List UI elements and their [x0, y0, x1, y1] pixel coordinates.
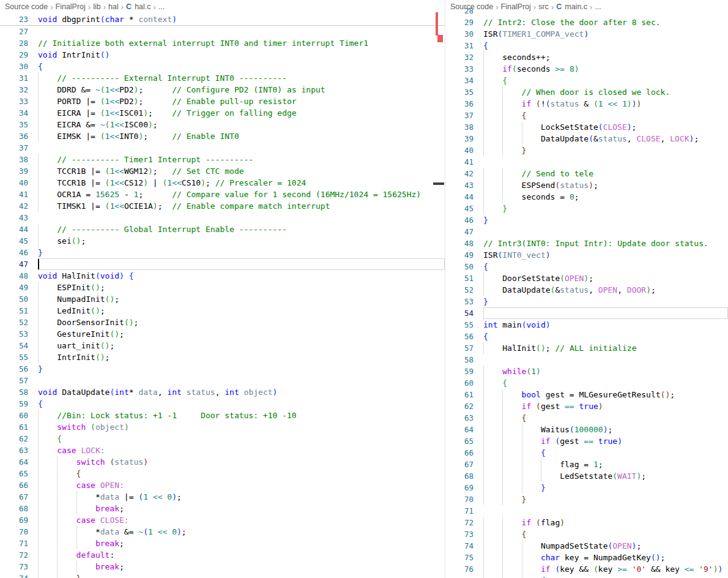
line-number[interactable]: 39: [445, 133, 483, 144]
code-line[interactable]: 65 {: [0, 468, 445, 479]
code-line[interactable]: 43: [0, 212, 445, 223]
line-number[interactable]: 55: [0, 351, 38, 363]
code-line[interactable]: 52 DataUpdate(&status, OPEN, DOOR);: [445, 284, 728, 296]
code-line[interactable]: 71: [445, 505, 728, 517]
line-number[interactable]: 30: [445, 28, 483, 40]
line-number[interactable]: 33: [0, 96, 38, 107]
code-line[interactable]: 70 *data &= ~(1 << 0);: [0, 526, 445, 538]
code-line[interactable]: 44 // ---------- Global Interrupt Enable…: [0, 223, 445, 235]
code-line[interactable]: 67 flag = 1;: [445, 459, 728, 470]
sticky-scroll-line[interactable]: 23void dbgprint(char * context): [0, 13, 445, 26]
line-number[interactable]: 50: [0, 293, 38, 305]
code-line[interactable]: 41: [445, 156, 728, 168]
line-number[interactable]: 70: [0, 526, 38, 538]
code-line[interactable]: 53 GestureInit();: [0, 328, 445, 340]
line-number[interactable]: 46: [445, 214, 483, 226]
editor-pane-main-c[interactable]: Source code›FinalProj›src›Cmain.c›... 28…: [445, 0, 728, 578]
line-number[interactable]: 40: [445, 144, 483, 156]
code-line[interactable]: 55 IntrInit();: [0, 351, 445, 363]
line-number[interactable]: 34: [445, 75, 483, 86]
code-line[interactable]: 51 DoorSetState(OPEN);: [445, 272, 728, 284]
line-number[interactable]: 59: [445, 366, 483, 377]
line-number[interactable]: 50: [445, 261, 483, 272]
line-number[interactable]: 69: [445, 482, 483, 494]
code-line[interactable]: 65 if (gest == true): [445, 435, 728, 447]
line-number[interactable]: 44: [445, 191, 483, 203]
line-number[interactable]: 42: [0, 200, 38, 212]
code-line[interactable]: 71 break;: [0, 538, 445, 549]
code-line[interactable]: 58void DataUpdate(int* data, int status,…: [0, 386, 445, 398]
line-number[interactable]: 48: [445, 238, 483, 249]
code-line[interactable]: 51 LedInit();: [0, 305, 445, 317]
line-number[interactable]: 60: [0, 410, 38, 421]
line-number[interactable]: 36: [0, 130, 38, 142]
code-line[interactable]: 29// Intr2: Close the door after 8 sec.: [445, 17, 728, 28]
code-line[interactable]: 69 case CLOSE:: [0, 514, 445, 526]
code-line[interactable]: 63 {: [445, 412, 728, 424]
code-line[interactable]: 62 if (gest == true): [445, 400, 728, 412]
code-line[interactable]: 34 EICRA |= (1<<ISC01); // Trigger on fa…: [0, 107, 445, 119]
line-number[interactable]: 57: [445, 342, 483, 354]
code-line[interactable]: 36 if (!(status & (1 << 1))): [445, 98, 728, 110]
code-line[interactable]: 49ISR(INT0_vect): [445, 249, 728, 261]
code-line[interactable]: 54: [445, 307, 728, 319]
line-number[interactable]: 38: [445, 121, 483, 133]
line-number[interactable]: 61: [445, 389, 483, 400]
line-number[interactable]: 73: [0, 561, 38, 572]
line-number[interactable]: 76: [445, 563, 483, 575]
line-number[interactable]: 34: [0, 107, 38, 119]
line-number[interactable]: 63: [445, 412, 483, 424]
code-line[interactable]: 40 }: [445, 144, 728, 156]
line-number[interactable]: 36: [445, 98, 483, 110]
line-number[interactable]: 56: [0, 363, 38, 375]
code-line[interactable]: 50 NumpadInit();: [0, 293, 445, 305]
line-number[interactable]: 33: [445, 63, 483, 75]
breadcrumb-item[interactable]: lib: [93, 2, 101, 11]
line-number[interactable]: 35: [445, 86, 483, 98]
line-number[interactable]: 45: [445, 203, 483, 214]
line-number[interactable]: 29: [0, 49, 38, 61]
line-number[interactable]: 31: [0, 72, 38, 84]
line-number[interactable]: 49: [0, 282, 38, 293]
code-line[interactable]: 64 switch (status): [0, 456, 445, 468]
code-line[interactable]: 52 DoorSensorInit();: [0, 317, 445, 328]
line-number[interactable]: 61: [0, 421, 38, 433]
code-line[interactable]: 68 LedSetstate(WAIT);: [445, 470, 728, 482]
code-line[interactable]: 47: [445, 226, 728, 238]
code-line[interactable]: 37 {: [445, 110, 728, 121]
code-line[interactable]: 32 DDRD &= ~(1<<PD2); // Configure PD2 (…: [0, 84, 445, 96]
line-number[interactable]: 41: [445, 156, 483, 168]
line-number[interactable]: 65: [0, 468, 38, 479]
code-line[interactable]: 61 bool gest = MLGesureGetResult();: [445, 389, 728, 400]
line-number[interactable]: 47: [0, 258, 38, 270]
line-number[interactable]: 57: [0, 375, 38, 386]
line-number[interactable]: 44: [0, 223, 38, 235]
code-line[interactable]: 57 HalInit(); // ALL initialize: [445, 342, 728, 354]
line-number[interactable]: 62: [0, 433, 38, 445]
line-number[interactable]: 68: [445, 470, 483, 482]
line-number[interactable]: 53: [0, 328, 38, 340]
line-number[interactable]: 51: [0, 305, 38, 317]
code-line[interactable]: 28: [445, 5, 728, 17]
line-number[interactable]: 48: [0, 270, 38, 282]
code-line[interactable]: 49 ESPInit();: [0, 282, 445, 293]
line-number[interactable]: 71: [0, 538, 38, 549]
line-number[interactable]: 59: [0, 398, 38, 410]
code-line[interactable]: 46}: [445, 214, 728, 226]
code-line[interactable]: 28// Initialize both external interrupt …: [0, 37, 445, 49]
code-line[interactable]: 56{: [445, 331, 728, 342]
line-number[interactable]: 27: [0, 26, 38, 37]
line-number[interactable]: 54: [445, 307, 483, 319]
code-line[interactable]: 33 PORTD |= (1<<PD2); // Enable pull-up …: [0, 96, 445, 107]
line-number[interactable]: 28: [0, 37, 38, 49]
line-number[interactable]: 72: [0, 549, 38, 561]
line-number[interactable]: 55: [445, 319, 483, 331]
code-line[interactable]: 29void IntrInit(): [0, 49, 445, 61]
code-line[interactable]: 72 if (flag): [445, 517, 728, 528]
code-line[interactable]: 31 // ---------- External Interrupt INT0…: [0, 72, 445, 84]
code-line[interactable]: 43 ESPSend(status);: [445, 179, 728, 191]
code-line[interactable]: 60 //Bin: Lock status: +1 -1 Door status…: [0, 410, 445, 421]
line-number[interactable]: 39: [0, 165, 38, 177]
line-number[interactable]: 52: [445, 284, 483, 296]
line-number[interactable]: 62: [445, 400, 483, 412]
